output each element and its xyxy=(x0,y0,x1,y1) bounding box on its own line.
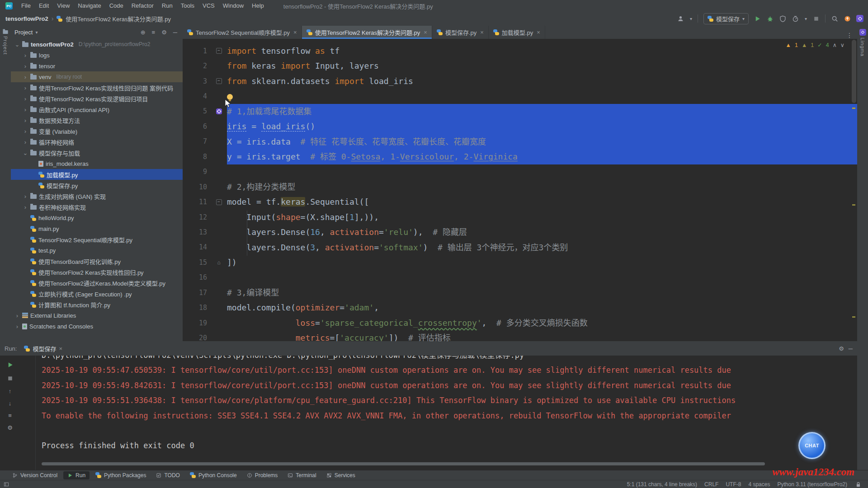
code-line[interactable]: 4 xyxy=(183,89,857,103)
tree-item[interactable]: ›logs xyxy=(11,50,183,61)
code-line[interactable]: 9 xyxy=(183,164,857,179)
line-number[interactable]: 10 xyxy=(183,183,211,191)
tree-item[interactable]: iris_model.keras xyxy=(11,158,183,169)
fold-marker-icon[interactable]: − xyxy=(216,48,222,54)
code-text[interactable]: model = tf.keras.Sequential([ xyxy=(227,194,857,209)
locate-file-icon[interactable]: ⊕ xyxy=(139,29,147,36)
status-widget[interactable]: CRLF xyxy=(704,481,718,488)
soft-wrap-icon[interactable]: ≡ xyxy=(8,413,12,418)
tree-item[interactable]: ›External Libraries xyxy=(11,310,183,321)
code-text[interactable]: y = iris.target # 标签 0-Setosa, 1-Versico… xyxy=(227,149,857,164)
tree-chevron-icon[interactable]: › xyxy=(23,52,28,59)
tab-close-icon[interactable]: × xyxy=(537,29,540,36)
menu-navigate[interactable]: Navigate xyxy=(74,0,105,12)
breadcrumb-project[interactable]: tensorflowPro2 xyxy=(5,15,48,22)
tree-item[interactable]: TensorFlow2 Sequential顺序模型.py xyxy=(11,234,183,245)
tree-chevron-icon[interactable]: › xyxy=(23,128,28,135)
code-text[interactable]: layers.Dense(3, activation='softmax') # … xyxy=(227,240,857,255)
tree-item[interactable]: ›数据预处理方法 xyxy=(11,115,183,126)
code-line[interactable]: 13 layers.Dense(16, activation='relu'), … xyxy=(183,225,857,239)
code-line[interactable]: 11−model = tf.keras.Sequential([ xyxy=(183,194,857,209)
editor-tab[interactable]: 使用TensorFlow2 Keras解决分类问题.py× xyxy=(302,26,432,39)
tree-item[interactable]: ›函数式API (Functional API) xyxy=(11,104,183,115)
console-horizontal-scrollbar[interactable] xyxy=(42,462,765,465)
tree-chevron-icon[interactable]: › xyxy=(14,312,20,319)
status-widget[interactable]: 4 spaces xyxy=(748,481,770,488)
line-number[interactable]: 5 xyxy=(183,107,211,115)
toolwindow-button-services[interactable]: Services xyxy=(322,471,359,479)
line-number[interactable]: 2 xyxy=(183,62,211,70)
tab-close-icon[interactable]: × xyxy=(424,29,427,36)
user-caret-icon[interactable]: ▾ xyxy=(690,16,692,21)
breadcrumb-file[interactable]: 使用TensorFlow2 Keras解决分类问题.py xyxy=(66,14,171,23)
menu-tools[interactable]: Tools xyxy=(177,0,198,12)
line-number[interactable]: 7 xyxy=(183,137,211,145)
profiler-button[interactable] xyxy=(792,15,799,22)
code-text[interactable] xyxy=(227,89,857,103)
toolwindow-button-version-control[interactable]: Version Control xyxy=(8,471,61,479)
menu-file[interactable]: File xyxy=(17,0,35,12)
code-text[interactable]: from keras import Input, layers xyxy=(227,58,857,73)
code-text[interactable]: metrics=['accuracy']) # 评估指标 xyxy=(227,330,857,341)
next-issue-icon[interactable]: ∨ xyxy=(840,42,844,48)
fold-marker-icon[interactable]: − xyxy=(216,78,222,84)
gutter-cell[interactable]: − xyxy=(211,78,227,84)
line-number[interactable]: 17 xyxy=(183,289,211,297)
tree-item[interactable]: ›生成对抗网络 (GAN) 实现 xyxy=(11,191,183,202)
tree-chevron-icon[interactable]: ⌄ xyxy=(23,150,28,156)
project-panel-title[interactable]: Project xyxy=(14,29,33,36)
hide-run-panel-icon[interactable]: ─ xyxy=(849,345,853,352)
tool-stripe-ai[interactable]: Lingma xyxy=(857,29,868,56)
tree-item[interactable]: 使用TensorBoard可视化训练.py xyxy=(11,256,183,267)
code-line[interactable]: 12 Input(shape=(X.shape[1],)), xyxy=(183,210,857,225)
code-text[interactable]: from sklearn.datasets import load_iris xyxy=(227,74,857,89)
code-line[interactable]: 14 layers.Dense(3, activation='softmax')… xyxy=(183,240,857,255)
tree-chevron-icon[interactable]: › xyxy=(23,139,28,145)
fold-end-icon[interactable]: ⌂ xyxy=(217,259,220,266)
run-console-tab[interactable]: 模型保存 × xyxy=(21,343,65,354)
gutter-cell[interactable] xyxy=(211,108,227,115)
status-widget[interactable]: UTF-8 xyxy=(726,481,741,488)
menu-window[interactable]: Window xyxy=(219,0,248,12)
code-text[interactable]: iris = load_iris() xyxy=(227,119,857,134)
fold-marker-icon[interactable]: − xyxy=(216,199,222,205)
tree-chevron-icon[interactable]: › xyxy=(14,323,20,330)
line-number[interactable]: 12 xyxy=(183,213,211,221)
editor-tab[interactable]: 模型保存.py× xyxy=(432,26,489,39)
run-button[interactable] xyxy=(754,15,761,22)
code-text[interactable]: # 3,编译模型 xyxy=(227,285,857,300)
code-line[interactable]: 3−from sklearn.datasets import load_iris xyxy=(183,74,857,89)
code-text[interactable]: ]) xyxy=(227,255,857,270)
line-number[interactable]: 6 xyxy=(183,122,211,131)
error-stripe-mark[interactable] xyxy=(852,204,855,206)
code-line[interactable]: 1−import tensorflow as tf xyxy=(183,43,857,58)
stop-process-button[interactable] xyxy=(6,375,14,382)
code-line[interactable]: 8y = iris.target # 标签 0-Setosa, 1-Versic… xyxy=(183,149,857,164)
run-settings-gear-icon[interactable]: ⚙ xyxy=(839,345,844,352)
tree-chevron-icon[interactable]: › xyxy=(23,74,28,80)
code-line[interactable]: 15⌂]) xyxy=(183,255,857,270)
status-widget[interactable]: Python 3.11 (tensorflowPro2) xyxy=(777,481,847,488)
line-number[interactable]: 8 xyxy=(183,153,211,161)
update-badge-icon[interactable] xyxy=(844,15,851,22)
coverage-button[interactable] xyxy=(779,15,787,22)
code-text[interactable]: # 1,加载鸢尾花数据集 xyxy=(227,104,857,119)
toolwindow-button-python-console[interactable]: Python Console xyxy=(186,471,241,479)
code-text[interactable]: loss='sparse_categorical_crossentropy', … xyxy=(227,315,857,330)
prev-issue-icon[interactable]: ∧ xyxy=(833,42,837,48)
ai-gutter-icon[interactable] xyxy=(215,108,222,115)
line-number[interactable]: 9 xyxy=(183,168,211,176)
line-number[interactable]: 3 xyxy=(183,77,211,85)
line-number[interactable]: 4 xyxy=(183,92,211,100)
tree-chevron-icon[interactable]: › xyxy=(23,106,28,113)
project-view-caret-icon[interactable]: ▾ xyxy=(35,30,38,35)
line-number[interactable]: 1 xyxy=(183,47,211,55)
line-number[interactable]: 20 xyxy=(183,334,211,341)
code-line[interactable]: 20 metrics=['accuracy']) # 评估指标 xyxy=(183,330,857,341)
scroll-up-icon[interactable]: ↑ xyxy=(9,388,12,394)
line-number[interactable]: 15 xyxy=(183,258,211,267)
menu-code[interactable]: Code xyxy=(105,0,127,12)
menu-refactor[interactable]: Refactor xyxy=(127,0,158,12)
hide-panel-icon[interactable]: ─ xyxy=(171,29,179,36)
code-line[interactable]: 17# 3,编译模型 xyxy=(183,285,857,300)
